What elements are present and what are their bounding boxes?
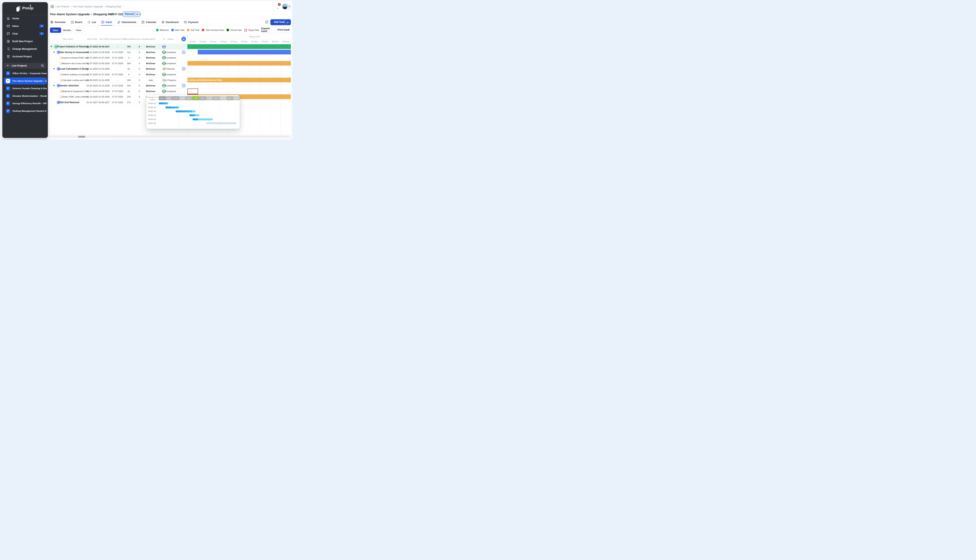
task-name: Order HVAC units (chillers, <box>62 95 89 98</box>
gantt-day-label: 31 Oct <box>189 40 196 43</box>
gantt-bar-milestone[interactable] <box>187 44 291 49</box>
cell-duration: 211 <box>127 51 130 53</box>
column-header-: % <box>163 34 165 44</box>
cell-start: 31-07-2025 <box>87 62 98 65</box>
view-button-years[interactable]: Years <box>73 28 84 33</box>
cell-duration: 242 <box>127 95 131 98</box>
popup-step-label: STEP 01 <box>148 102 156 104</box>
cell-duration: 332 <box>127 85 131 87</box>
add-column-button[interactable]: + <box>181 37 186 42</box>
cell-overdue: 0 <box>139 79 140 81</box>
gantt-bar-sub[interactable] <box>187 61 291 66</box>
popup-month-jan: JAN <box>159 96 165 100</box>
column-header-duration: Duration <box>125 34 133 44</box>
cell-end: 30-09-2027 <box>99 101 110 103</box>
progress-ring-label: 88% <box>162 45 166 48</box>
popup-step-bar <box>206 122 236 124</box>
progress-ring-label: 50% <box>162 67 166 71</box>
popup-step-label: STEP 05 <box>148 118 156 120</box>
task-name: Inspect existing HVAC equi <box>62 57 89 59</box>
task-name: Calculate cooling and heati <box>62 79 89 81</box>
sub-task-icon <box>59 78 62 82</box>
gantt-day-label: 01 Nov <box>199 40 206 43</box>
status-badge: Planned <box>167 68 174 70</box>
cell-end: 31-05-2026 <box>99 95 110 98</box>
column-header-end-date: End Date <box>99 34 109 44</box>
status-badge: Completed <box>165 57 176 59</box>
popup-step-bar <box>159 102 168 104</box>
add-subtask-button[interactable]: + <box>182 50 186 54</box>
cell-overdue: 0 <box>139 101 140 103</box>
status-badge: Completed <box>165 90 176 92</box>
popup-step-bar-tail <box>195 114 199 116</box>
cell-start: 31-07-2025 <box>87 73 98 76</box>
view-button-days[interactable]: Days <box>50 28 61 33</box>
column-header-start-date: Start Date <box>87 34 97 44</box>
cell-overdue: 0 <box>139 62 140 65</box>
gantt-day-label: 08 Nov <box>272 40 279 43</box>
cell-start: 01-10-2025 <box>87 95 98 98</box>
progress-ring: 50% <box>162 67 166 71</box>
gantt-week-label: Week #45 <box>250 35 260 38</box>
cell-duration: 304 <box>127 62 131 65</box>
cell-end: 31-01-2026 <box>99 68 110 70</box>
row-expand-caret[interactable] <box>53 85 55 86</box>
cell-duration: 183 <box>127 79 131 81</box>
row-expand-caret[interactable] <box>53 52 55 53</box>
popup-step-bar-tail <box>198 118 213 120</box>
popup-month-apr: APR <box>179 96 186 100</box>
popup-month-aug: AUG <box>206 96 213 100</box>
view-button-months[interactable]: Months <box>62 28 72 33</box>
gantt-day-label: 02 Nov <box>210 40 217 43</box>
task-name: Measure duct sizes and lay <box>62 62 89 65</box>
app-window: ProUp HomeInbox0Chat0Draft New ProjectCh… <box>0 0 293 140</box>
popup-month-may: MAY <box>186 96 192 100</box>
cell-start: 01-01-2027 <box>87 101 98 103</box>
cell-overdue: 0 <box>139 45 140 48</box>
cell-overdue: 0 <box>139 68 140 70</box>
popup-month-jul: JUL <box>199 96 206 100</box>
popup-month-oct: OCT <box>220 96 226 100</box>
popup-month-jun: JUN <box>192 96 199 100</box>
gantt-day-label: 03 Nov <box>220 40 227 43</box>
popup-month-feb: FEB <box>165 96 172 100</box>
cell-end: 31-07-2025 <box>99 73 110 76</box>
gantt-day-label: 06 Nov <box>251 40 258 43</box>
row-expand-caret[interactable] <box>53 68 55 70</box>
cell-actual: 27-07-2025 <box>112 101 123 103</box>
task-name: Material & Equipment Orde <box>62 90 89 92</box>
task-name: Vendor Selection <box>60 84 89 87</box>
cell-duration: 791 <box>127 45 131 48</box>
gantt-bar-sub[interactable]: cooling and heating loads per floor <box>187 78 291 82</box>
row-expand-caret[interactable] <box>50 46 52 47</box>
week-day-split-line <box>187 39 291 39</box>
status-badge: Completed <box>165 62 176 65</box>
view-button-label: Months <box>63 29 71 32</box>
cell-start: 31-07-2025 <box>87 45 98 48</box>
cell-start: 02-02-2026 <box>87 85 98 87</box>
gantt-bar-main[interactable] <box>198 50 291 54</box>
cell-end: 31-05-2026 <box>99 51 110 53</box>
status-badge: Completed <box>165 85 176 87</box>
horizontal-scrollbar-thumb[interactable] <box>78 136 85 138</box>
cell-actual: - <box>117 68 118 70</box>
cell-actual: - <box>117 79 118 81</box>
add-subtask-button[interactable]: + <box>182 67 186 71</box>
popup-step-label: STEP 03 <box>148 110 156 112</box>
gantt-day-label: 07 Nov <box>262 40 268 43</box>
cell-start: 01-12-2025 <box>87 68 98 70</box>
cell-end: 30-09-2027 <box>99 45 110 48</box>
cell-start: 01-08-2025 <box>87 79 98 81</box>
popup-month-nov: NOV <box>226 96 233 100</box>
task-name: Load Calculation & Design Re <box>60 67 89 70</box>
cell-overdue: 0 <box>139 95 140 98</box>
sub-task-icon <box>59 73 62 76</box>
cell-actual: 27-07-2025 <box>112 90 123 92</box>
task-name: Old Unit Removal <box>60 101 89 104</box>
cell-start: 31-07-2025 <box>87 57 98 59</box>
cell-actual: 27-07-2025 <box>112 51 123 53</box>
add-subtask-button[interactable]: + <box>182 84 186 88</box>
cell-end: 31-07-2025 <box>99 57 110 59</box>
target-date-box <box>187 88 198 94</box>
popup-step-label: STEP 04 <box>148 114 156 116</box>
